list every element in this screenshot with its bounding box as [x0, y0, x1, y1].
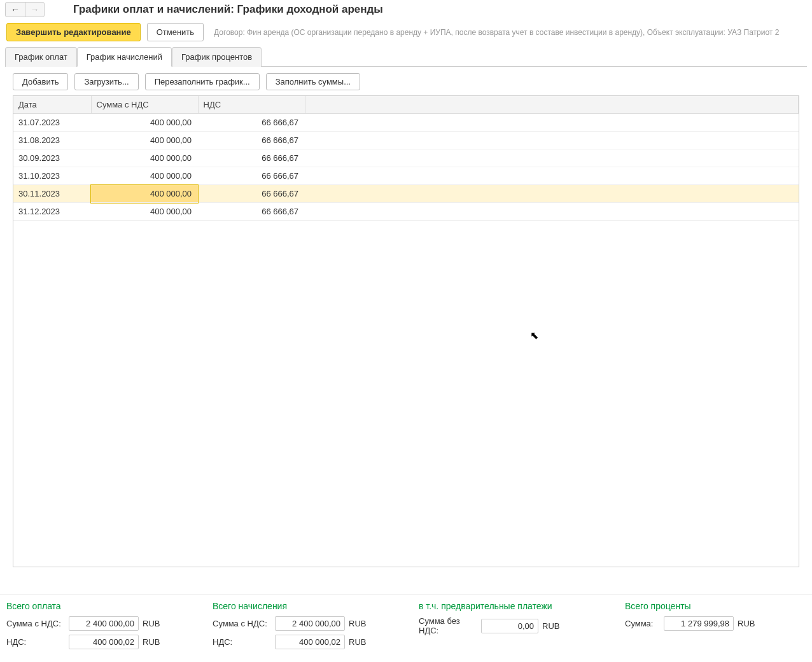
footer-interest-sum-currency: RUB — [738, 619, 755, 628]
cell-date[interactable]: 31.10.2023 — [13, 167, 91, 185]
footer-interest-sum-label: Сумма: — [625, 619, 660, 628]
cell-sum[interactable]: 400 000,00 — [91, 149, 198, 167]
arrow-right-icon: → — [31, 4, 39, 15]
cancel-button[interactable]: Отменить — [147, 23, 204, 41]
cell-nds[interactable]: 66 666,67 — [198, 149, 305, 167]
footer-accrual-sum-input[interactable] — [275, 616, 345, 631]
footer-prepay-sum-currency: RUB — [542, 621, 559, 631]
footer-interest-sum-input[interactable] — [664, 616, 734, 631]
cell-sum[interactable]: 400 000,00 — [91, 185, 198, 203]
cell-nds[interactable]: 66 666,67 — [198, 185, 305, 203]
cell-date[interactable]: 30.09.2023 — [13, 149, 91, 167]
contract-info: Договор: Фин аренда (ОС организации пере… — [214, 28, 779, 37]
forward-button[interactable]: → — [25, 3, 44, 17]
add-button[interactable]: Добавить — [13, 73, 68, 90]
cell-sum[interactable]: 400 000,00 — [91, 132, 198, 149]
cell-empty — [305, 185, 799, 203]
footer-payment-nds-input[interactable] — [69, 635, 139, 649]
refill-schedule-button[interactable]: Перезаполнить график... — [145, 73, 260, 90]
footer-prepay-title: в т.ч. предварительные платежи — [419, 601, 599, 611]
cell-empty — [305, 149, 799, 167]
cell-nds[interactable]: 66 666,67 — [198, 203, 305, 221]
cell-empty — [305, 132, 799, 149]
footer-payment-sum-label: Сумма с НДС: — [6, 619, 65, 628]
col-header-nds[interactable]: НДС — [198, 96, 305, 114]
cell-nds[interactable]: 66 666,67 — [198, 114, 305, 132]
footer-prepay-sum-input[interactable] — [481, 619, 538, 633]
totals-footer: Всего оплата Сумма с НДС: RUB НДС: RUB В… — [0, 594, 812, 662]
footer-interest-title: Всего проценты — [625, 601, 806, 611]
page-title: Графики оплат и начислений: Графики дохо… — [73, 3, 383, 16]
tab-payments[interactable]: График оплат — [5, 47, 77, 67]
footer-accrual-nds-input[interactable] — [275, 635, 345, 649]
table-row[interactable]: 31.10.2023400 000,0066 666,67 — [13, 167, 799, 185]
footer-accrual-sum-label: Сумма с НДС: — [213, 619, 271, 628]
footer-prepay-sum-label: Сумма без НДС: — [419, 616, 477, 635]
footer-payment-sum-currency: RUB — [143, 619, 160, 628]
cell-sum[interactable]: 400 000,00 — [91, 167, 198, 185]
arrow-left-icon: ← — [11, 4, 20, 15]
tab-accruals[interactable]: График начислений — [77, 47, 172, 67]
cell-nds[interactable]: 66 666,67 — [198, 132, 305, 149]
cell-date[interactable]: 31.07.2023 — [13, 114, 91, 132]
cell-sum[interactable]: 400 000,00 — [91, 203, 198, 221]
footer-payment-title: Всего оплата — [6, 601, 187, 611]
cell-date[interactable]: 30.11.2023 — [13, 185, 91, 203]
finish-editing-button[interactable]: Завершить редактирование — [6, 23, 141, 41]
table-row[interactable]: 31.12.2023400 000,0066 666,67 — [13, 203, 799, 221]
table-row[interactable]: 30.11.2023400 000,0066 666,67 — [13, 185, 799, 203]
cell-date[interactable]: 31.08.2023 — [13, 132, 91, 149]
accruals-table[interactable]: Дата Сумма с НДС НДС 31.07.2023400 000,0… — [13, 95, 799, 567]
cell-sum[interactable]: 400 000,00 — [91, 114, 198, 132]
cell-empty — [305, 167, 799, 185]
back-button[interactable]: ← — [6, 3, 25, 17]
col-header-empty — [305, 96, 799, 114]
tabs: График оплат График начислений График пр… — [5, 46, 807, 67]
footer-payment-sum-input[interactable] — [69, 616, 139, 631]
col-header-date[interactable]: Дата — [13, 96, 91, 114]
tab-interest[interactable]: График процентов — [172, 47, 262, 67]
table-row[interactable]: 31.08.2023400 000,0066 666,67 — [13, 132, 799, 149]
fill-sums-button[interactable]: Заполнить суммы... — [266, 73, 360, 90]
footer-accrual-nds-currency: RUB — [349, 637, 366, 647]
footer-payment-nds-label: НДС: — [6, 637, 65, 647]
cell-empty — [305, 114, 799, 132]
nav-buttons: ← → — [5, 2, 45, 17]
footer-accrual-nds-label: НДС: — [213, 637, 271, 647]
load-button[interactable]: Загрузить... — [74, 73, 138, 90]
table-row[interactable]: 31.07.2023400 000,0066 666,67 — [13, 114, 799, 132]
footer-accrual-title: Всего начисления — [213, 601, 393, 611]
col-header-sum[interactable]: Сумма с НДС — [91, 96, 198, 114]
cell-nds[interactable]: 66 666,67 — [198, 167, 305, 185]
table-row[interactable]: 30.09.2023400 000,0066 666,67 — [13, 149, 799, 167]
cell-empty — [305, 203, 799, 221]
footer-accrual-sum-currency: RUB — [349, 619, 366, 628]
footer-payment-nds-currency: RUB — [143, 637, 160, 647]
cell-date[interactable]: 31.12.2023 — [13, 203, 91, 221]
